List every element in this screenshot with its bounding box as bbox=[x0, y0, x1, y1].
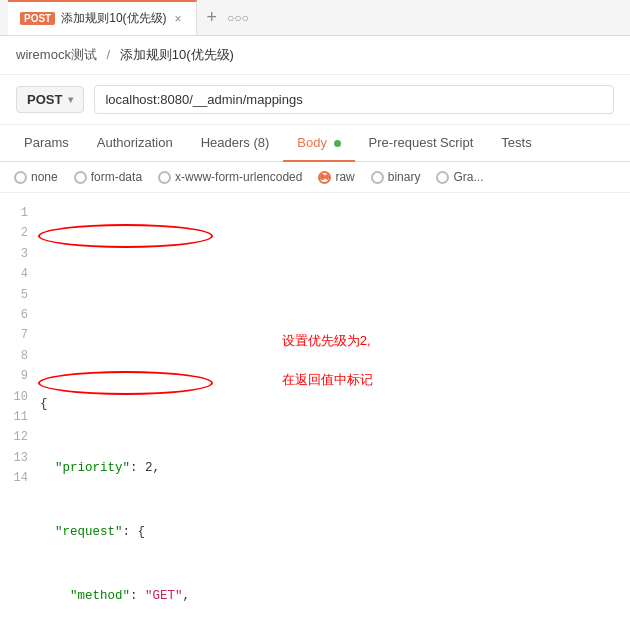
tab-bar: POST 添加规则10(优先级) × + ○○○ bbox=[0, 0, 630, 36]
tab-add-button[interactable]: + bbox=[197, 7, 228, 28]
radio-urlencoded[interactable]: x-www-form-urlencoded bbox=[158, 170, 302, 184]
radio-form-data-circle bbox=[74, 171, 87, 184]
tab-body[interactable]: Body bbox=[283, 125, 354, 162]
method-select[interactable]: POST ▾ bbox=[16, 86, 84, 113]
tab-authorization[interactable]: Authorization bbox=[83, 125, 187, 162]
radio-urlencoded-label: x-www-form-urlencoded bbox=[175, 170, 302, 184]
tab-headers[interactable]: Headers (8) bbox=[187, 125, 284, 162]
body-type-bar: none form-data x-www-form-urlencoded raw… bbox=[0, 162, 630, 193]
radio-none-circle bbox=[14, 171, 27, 184]
breadcrumb-root[interactable]: wiremock测试 bbox=[16, 47, 97, 62]
tab-label: 添加规则10(优先级) bbox=[61, 10, 166, 27]
radio-raw-label: raw bbox=[335, 170, 354, 184]
line-numbers: 1 2 3 4 5 6 7 8 9 10 11 12 13 14 bbox=[0, 203, 40, 627]
breadcrumb: wiremock测试 / 添加规则10(优先级) bbox=[0, 36, 630, 75]
radio-urlencoded-circle bbox=[158, 171, 171, 184]
radio-binary[interactable]: binary bbox=[371, 170, 421, 184]
radio-binary-circle bbox=[371, 171, 384, 184]
radio-none-label: none bbox=[31, 170, 58, 184]
code-line-3: "request": { bbox=[40, 522, 630, 543]
radio-graphql-label: Gra... bbox=[453, 170, 483, 184]
radio-raw[interactable]: raw bbox=[318, 170, 354, 184]
radio-none[interactable]: none bbox=[14, 170, 58, 184]
method-arrow-icon: ▾ bbox=[68, 94, 73, 105]
url-input[interactable] bbox=[94, 85, 614, 114]
url-bar: POST ▾ bbox=[0, 75, 630, 125]
method-label: POST bbox=[27, 92, 62, 107]
code-area: 1 2 3 4 5 6 7 8 9 10 11 12 13 14 设置优先级为2… bbox=[0, 193, 630, 627]
code-line-4: "method": "GET", bbox=[40, 586, 630, 607]
radio-graphql-circle bbox=[436, 171, 449, 184]
tab-params[interactable]: Params bbox=[10, 125, 83, 162]
code-content: 设置优先级为2, 在返回值中标记 { "priority": 2, "reque… bbox=[40, 203, 630, 627]
radio-raw-circle bbox=[318, 171, 331, 184]
tab-more-button[interactable]: ○○○ bbox=[227, 11, 249, 25]
code-line-1: { bbox=[40, 394, 630, 415]
body-dot bbox=[334, 140, 341, 147]
tab-close-button[interactable]: × bbox=[173, 12, 184, 26]
breadcrumb-separator: / bbox=[107, 47, 111, 62]
tab-tests[interactable]: Tests bbox=[487, 125, 545, 162]
radio-binary-label: binary bbox=[388, 170, 421, 184]
tab-method-badge: POST bbox=[20, 12, 55, 25]
active-tab[interactable]: POST 添加规则10(优先级) × bbox=[8, 0, 197, 35]
tab-pre-request-script[interactable]: Pre-request Script bbox=[355, 125, 488, 162]
code-line-2: "priority": 2, bbox=[40, 458, 630, 479]
radio-form-data[interactable]: form-data bbox=[74, 170, 142, 184]
radio-graphql[interactable]: Gra... bbox=[436, 170, 483, 184]
radio-form-data-label: form-data bbox=[91, 170, 142, 184]
nav-tabs: Params Authorization Headers (8) Body Pr… bbox=[0, 125, 630, 162]
breadcrumb-current: 添加规则10(优先级) bbox=[120, 47, 234, 62]
